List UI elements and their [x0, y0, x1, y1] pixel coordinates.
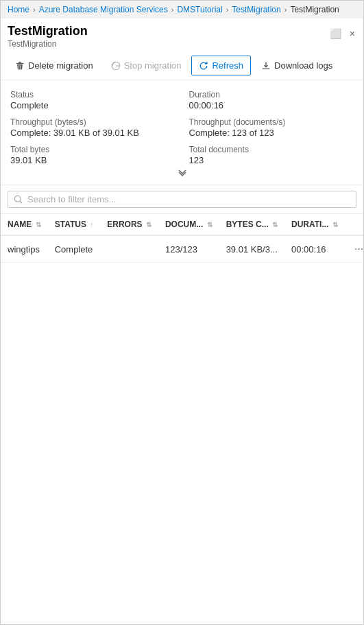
total-docs-label: Total documents — [189, 145, 354, 154]
breadcrumb: Home › Azure Database Migration Services… — [1, 1, 363, 19]
col-name[interactable]: NAME ⇅ — [1, 214, 48, 235]
page-header: TestMigration TestMigration ⬜ × — [1, 19, 363, 51]
download-logs-label: Download logs — [274, 60, 332, 71]
delete-migration-button[interactable]: Delete migration — [8, 56, 101, 75]
total-bytes-value: 39.01 KB — [10, 155, 175, 165]
cell-documents: 123/123 — [158, 235, 219, 263]
throughput-docs-label: Throughput (documents/s) — [189, 117, 354, 127]
row-more-button[interactable]: ··· — [352, 241, 364, 257]
throughput-bytes-label: Throughput (bytes/s) — [10, 117, 175, 127]
cell-errors — [100, 235, 158, 263]
data-table-container: NAME ⇅ STATUS ↑ ERRORS ⇅ DOCUM... ⇅ BYTE… — [1, 214, 363, 263]
cell-status: Complete — [48, 235, 101, 263]
throughput-bytes-value: Complete: 39.01 KB of 39.01 KB — [10, 128, 175, 138]
stop-icon — [111, 61, 121, 71]
total-docs-item: Total documents 123 — [189, 145, 354, 165]
page-subtitle: TestMigration — [8, 39, 88, 49]
delete-migration-label: Delete migration — [28, 60, 93, 71]
cell-duration: 00:00:16 — [284, 235, 345, 263]
svg-line-6 — [20, 201, 22, 203]
col-status[interactable]: STATUS ↑ — [48, 214, 101, 235]
header-actions: ⬜ × — [328, 24, 356, 40]
breadcrumb-current: TestMigration — [290, 5, 339, 14]
stop-migration-label: Stop migration — [124, 60, 182, 71]
svg-point-5 — [14, 196, 21, 202]
header-title-area: TestMigration TestMigration — [8, 24, 88, 49]
breadcrumb-dms[interactable]: Azure Database Migration Services — [39, 5, 168, 14]
status-item: Status Complete — [10, 90, 175, 110]
refresh-icon — [199, 61, 208, 71]
col-bytes[interactable]: BYTES C... ⇅ — [219, 214, 284, 235]
svg-rect-4 — [263, 68, 270, 69]
table-row: wingtips Complete 123/123 39.01 KB/3... … — [1, 235, 364, 263]
breadcrumb-dmstutorial[interactable]: DMSTutorial — [177, 5, 222, 14]
sort-icon-bytes: ⇅ — [272, 221, 278, 228]
cell-bytes: 39.01 KB/3... — [219, 235, 284, 263]
svg-rect-0 — [19, 61, 21, 62]
cell-row-actions: ··· — [345, 235, 364, 263]
svg-rect-1 — [16, 62, 24, 63]
search-bar — [1, 185, 363, 214]
download-logs-button[interactable]: Download logs — [254, 56, 340, 75]
sort-icon-errors: ⇅ — [146, 221, 151, 228]
refresh-label: Refresh — [212, 60, 243, 71]
breadcrumb-testmigration-parent[interactable]: TestMigration — [232, 5, 280, 14]
toolbar: Delete migration Stop migration Refresh … — [1, 51, 363, 80]
data-table: NAME ⇅ STATUS ↑ ERRORS ⇅ DOCUM... ⇅ BYTE… — [1, 214, 364, 263]
total-bytes-label: Total bytes — [10, 145, 175, 154]
sort-icon-name: ⇅ — [36, 221, 41, 228]
col-errors[interactable]: ERRORS ⇅ — [100, 214, 158, 235]
search-input-wrap — [8, 191, 356, 208]
throughput-docs-value: Complete: 123 of 123 — [189, 128, 354, 138]
duration-label: Duration — [189, 90, 354, 99]
col-actions — [345, 214, 364, 235]
total-bytes-item: Total bytes 39.01 KB — [10, 145, 175, 165]
throughput-docs-item: Throughput (documents/s) Complete: 123 o… — [189, 117, 354, 138]
sort-icon-status: ↑ — [90, 221, 93, 228]
duration-value: 00:00:16 — [189, 100, 354, 110]
delete-icon — [15, 61, 25, 71]
resize-button[interactable]: ⬜ — [328, 27, 343, 40]
breadcrumb-home[interactable]: Home — [8, 5, 29, 14]
collapse-button[interactable] — [10, 165, 354, 179]
search-icon — [14, 195, 23, 204]
stop-migration-button[interactable]: Stop migration — [104, 56, 189, 75]
sort-icon-duration: ⇅ — [332, 221, 338, 228]
page-title: TestMigration — [8, 24, 88, 38]
info-panel: Status Complete Duration 00:00:16 Throug… — [1, 80, 363, 185]
refresh-button[interactable]: Refresh — [191, 56, 251, 75]
search-input[interactable] — [27, 194, 350, 204]
info-grid: Status Complete Duration 00:00:16 Throug… — [10, 90, 354, 165]
close-button[interactable]: × — [348, 27, 356, 40]
col-documents[interactable]: DOCUM... ⇅ — [158, 214, 219, 235]
col-duration[interactable]: DURATI... ⇅ — [284, 214, 345, 235]
download-icon — [261, 61, 271, 71]
table-header-row: NAME ⇅ STATUS ↑ ERRORS ⇅ DOCUM... ⇅ BYTE… — [1, 214, 364, 235]
duration-item: Duration 00:00:16 — [189, 90, 354, 110]
sort-icon-docs: ⇅ — [207, 221, 213, 228]
status-value: Complete — [10, 100, 175, 110]
total-docs-value: 123 — [189, 155, 354, 165]
cell-name: wingtips — [1, 235, 48, 263]
status-label: Status — [10, 90, 175, 99]
throughput-bytes-item: Throughput (bytes/s) Complete: 39.01 KB … — [10, 117, 175, 138]
